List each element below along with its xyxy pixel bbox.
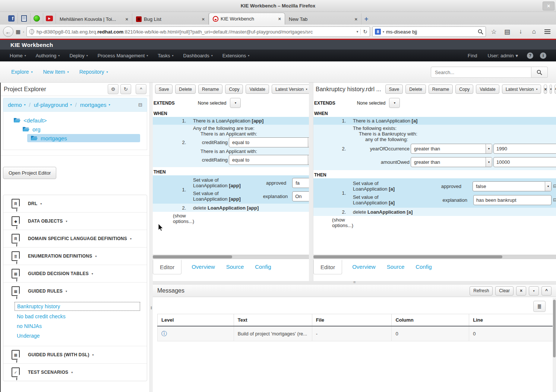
home-icon[interactable]: ⌂ [528,26,540,37]
menu-authoring[interactable]: Authoring▾ [36,53,60,58]
operator-select[interactable]: equal to▼ [229,137,309,147]
when-row-1[interactable]: 1. There is a LoanApplication [app] [153,117,309,125]
operator-select[interactable]: greater than▼ [411,157,492,167]
explorer-collapse-button[interactable]: ^ [136,84,146,94]
rename-button[interactable]: Rename [429,85,453,94]
tab-config[interactable]: Config [249,260,277,274]
workbench-search-button[interactable] [531,67,548,78]
rule-link-no-ninjas[interactable]: no NINJAs [15,322,140,330]
clear-button[interactable]: Clear [495,286,514,296]
remove-action-icon[interactable]: ⊟ [553,197,556,203]
editor-splitter[interactable] [309,83,313,281]
collapse-down-button[interactable]: ▾ [529,286,539,296]
browser-search-input[interactable] [386,29,476,35]
tree-item-mortgages[interactable]: mortgages [27,134,140,142]
explanation-input[interactable] [473,195,552,205]
tab-groups-icon[interactable]: ▦ [16,29,20,35]
delete-button[interactable]: Delete [405,85,426,94]
show-options-link[interactable]: (show options...) [332,217,356,229]
menu-hamburger-icon[interactable] [542,26,553,37]
close-editor-button[interactable]: × [544,85,547,94]
rule-link-underage[interactable]: Underage [15,332,140,340]
user-menu[interactable]: User: admin▾ [487,53,518,58]
validate-button[interactable]: Validate [476,85,499,94]
messages-splitter[interactable]: = [153,281,556,285]
youtube-app-tab[interactable]: ▶ [43,13,56,23]
table-row[interactable]: ⓘ Build of project 'mortgages' (re... - … [158,326,554,341]
tab-close-icon[interactable]: × [202,16,205,22]
close-panel-button[interactable]: × [516,286,526,296]
tab-overview[interactable]: Overview [347,260,381,274]
menu-extensions[interactable]: Extensions▾ [222,53,250,58]
breadcrumb-uf-playground[interactable]: uf-playground▾ [34,102,72,108]
scrollbar-thumb[interactable] [313,255,502,258]
downloads-icon[interactable]: ↓ [515,26,526,37]
browser-search-bar[interactable]: 8 ▾ [372,26,486,37]
magnifier-icon[interactable] [478,29,483,35]
menu-process-management[interactable]: Process Management▾ [98,53,148,58]
save-button[interactable]: Save [155,85,173,94]
copy-button[interactable]: Copy [225,85,243,94]
horizontal-scrollbar[interactable] [313,255,556,259]
tab-close-icon[interactable]: × [354,16,357,22]
explorer-refresh-button[interactable]: ↻ [120,84,131,94]
scrollbar-thumb[interactable] [553,300,556,357]
operator-select[interactable]: equal to▼ [229,155,309,165]
operator-select[interactable]: greater than▼ [411,144,492,154]
green-dot-app-tab[interactable] [31,13,43,23]
latest-version-dropdown[interactable]: Latest Version▾ [502,85,541,94]
explore-link[interactable]: Explore▾ [11,69,32,75]
tree-item-default[interactable]: <default> [3,116,147,124]
tab-editor[interactable]: Editor [313,260,342,274]
refresh-button[interactable]: Refresh [470,286,493,296]
year-of-occurrence-input[interactable] [493,144,556,154]
extends-dropdown-button[interactable]: ▾ [389,98,400,108]
tab-overview[interactable]: Overview [186,260,221,274]
section-guided-decision-tables[interactable]: ▦ GUIDED DECISION TABLES▾ [3,265,147,282]
help-icon[interactable]: ? [527,52,533,59]
col-column[interactable]: Column [392,314,469,326]
open-project-editor-button[interactable]: Open Project Editor [3,167,56,179]
approved-value-select[interactable]: fa [292,178,309,188]
section-guided-rules[interactable]: ▦ GUIDED RULES▾ [3,282,147,300]
delete-button[interactable]: Delete [175,85,196,94]
col-text[interactable]: Text [234,314,312,326]
collapse-up-button[interactable]: ^ [541,286,552,296]
tab-source[interactable]: Source [221,260,250,274]
url-bar[interactable]: hp-dl380pg8-01.lab.eng.brq.redhat.com:82… [26,26,370,37]
col-file[interactable]: File [312,314,392,326]
back-button[interactable]: ← [3,26,13,37]
menu-dashboards[interactable]: Dashboards▾ [183,53,213,58]
workbench-search-input[interactable] [431,67,531,78]
repository-link[interactable]: Repository▾ [79,69,108,75]
browser-tab-buglist[interactable]: Bug List × [132,13,209,25]
latest-version-dropdown[interactable]: Latest Version▾ [272,85,309,94]
section-guided-rules-with-dsl[interactable]: ▦ GUIDED RULES (WITH DSL)▾ [3,346,147,363]
tab-close-icon[interactable]: × [125,16,128,22]
browser-tab-mehilainen[interactable]: Mehiläinen Kouvola | Toi... × [56,13,132,25]
vertical-scrollbar[interactable] [553,298,556,392]
notes-app-tab[interactable] [18,13,31,23]
new-tab-button[interactable]: + [361,14,371,24]
section-data-objects[interactable]: ◆ DATA OBJECTS▾ [3,212,147,230]
explanation-input[interactable] [292,191,309,201]
info-icon[interactable]: i [540,52,546,59]
rule-link-bankruptcy-history[interactable]: Bankruptcy history [15,302,140,311]
horizontal-scrollbar[interactable] [153,255,309,259]
save-button[interactable]: Save [385,85,403,94]
copy-button[interactable]: Copy [455,85,473,94]
collapse-down-button[interactable]: ▾ [550,85,552,94]
tab-editor[interactable]: Editor [153,260,181,274]
collapse-up-button[interactable]: ^ [555,85,556,94]
menu-home[interactable]: Home▾ [10,53,26,58]
browser-tab-kie-workbench[interactable]: KIE Workbench × [209,13,285,25]
approved-value-select[interactable]: false▼ [473,181,552,191]
section-dsl-definitions[interactable]: R DOMAIN SPECIFIC LANGUAGE DEFINITIONS▾ [3,230,147,247]
section-enumeration-definitions[interactable]: ≣ ENUMERATION DEFINITIONS▾ [3,247,147,265]
bookmark-star-icon[interactable]: ☆ [488,26,499,37]
browser-tab-new-tab[interactable]: New Tab × [285,13,361,25]
col-level[interactable]: Level [158,314,234,326]
collapse-tree-icon[interactable]: ⊟ [138,102,142,108]
menu-deploy[interactable]: Deploy▾ [69,53,88,58]
facebook-app-tab[interactable]: f [5,13,18,23]
